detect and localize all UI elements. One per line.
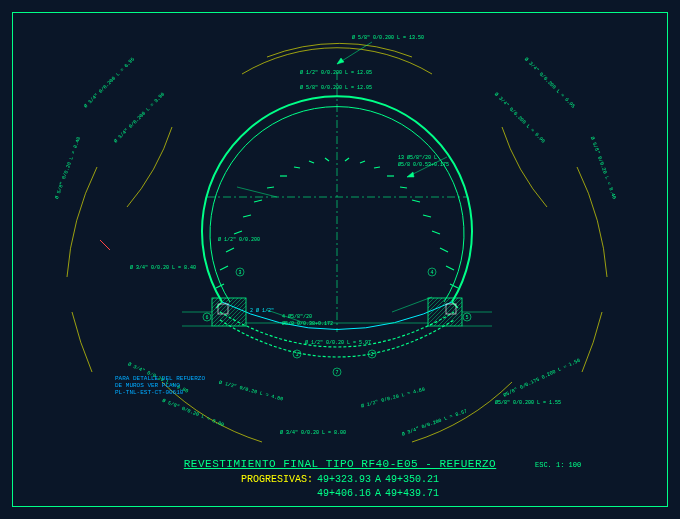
svg-marker-32	[337, 58, 344, 64]
svg-line-56	[100, 240, 110, 250]
ann-top1: Ø 5/8" 0/0.200 L = 13.50	[352, 35, 424, 41]
svg-text:6: 6	[205, 315, 208, 321]
footing-right	[428, 298, 462, 326]
svg-line-16	[374, 167, 380, 168]
svg-line-12	[309, 161, 314, 163]
svg-line-11	[294, 167, 300, 168]
svg-line-24	[450, 284, 458, 288]
ann-foundL: 4 Ø5/8"/20	[282, 314, 312, 320]
svg-text:7: 7	[335, 370, 338, 376]
ann-middim: Ø 1/2" 0/0.20 L = 5.97	[305, 340, 371, 346]
ann-rebar-main: 13 Ø5/8"/20 L	[398, 155, 437, 161]
svg-line-22	[440, 248, 448, 252]
svg-line-6	[234, 231, 242, 234]
svg-line-4	[220, 266, 228, 270]
svg-text:3: 3	[238, 270, 241, 276]
ann-leftinner: Ø 1/2" 0/0.200	[218, 237, 260, 243]
svg-line-13	[325, 158, 329, 161]
ann-top3: Ø 5/8" 0/0.200 L = 12.05	[300, 85, 372, 91]
ann-botmid2: Ø 3/4" 0/0.20 L = 8.00	[280, 430, 346, 436]
progresivas-label: PROGRESIVAS:	[241, 474, 313, 485]
svg-line-35	[237, 187, 277, 197]
svg-text:1: 1	[295, 352, 298, 358]
progresivas-row2: PROGRESIVAS: 49+406.16 A 49+439.71	[0, 488, 680, 499]
svg-text:5: 5	[465, 315, 468, 321]
svg-line-23	[446, 266, 454, 270]
ann-base-mark: 2 Ø 1/2"	[250, 308, 274, 314]
svg-line-9	[267, 187, 274, 188]
ann-rightlow2: Ø5/8" 0/0.200 L = 1.55	[495, 400, 561, 406]
svg-line-18	[400, 187, 407, 188]
ann-lefttiny: Ø 3/4" 0/0.20 L = 8.40	[130, 265, 196, 271]
svg-marker-34	[407, 172, 414, 177]
ann-rebar-sub: Ø5/8 0/0.53+0.175	[398, 162, 449, 168]
ann-top2: Ø 1/2" 0/0.200 L = 12.05	[300, 70, 372, 76]
svg-line-37	[392, 297, 432, 312]
svg-line-8	[254, 200, 262, 202]
progresivas-row1: PROGRESIVAS: 49+323.93 A 49+350.21	[0, 474, 680, 485]
svg-line-5	[226, 248, 234, 252]
scale-label: ESC. 1: 100	[535, 461, 581, 469]
svg-line-21	[432, 231, 440, 234]
svg-rect-26	[212, 298, 246, 326]
svg-line-20	[423, 215, 431, 217]
footing-left	[212, 298, 246, 326]
svg-line-7	[243, 215, 251, 217]
svg-line-19	[412, 200, 420, 202]
svg-line-14	[345, 158, 349, 161]
ann-foundL2: Ø5/8 0/0.38+0.172	[282, 321, 333, 327]
svg-text:4: 4	[430, 270, 433, 276]
svg-rect-28	[428, 298, 462, 326]
svg-line-3	[216, 284, 224, 288]
refuerzo-note: PARA DETALLE DEL REFUERZO DE MUROS VER P…	[115, 375, 205, 397]
svg-line-15	[360, 161, 365, 163]
svg-text:2: 2	[370, 352, 373, 358]
